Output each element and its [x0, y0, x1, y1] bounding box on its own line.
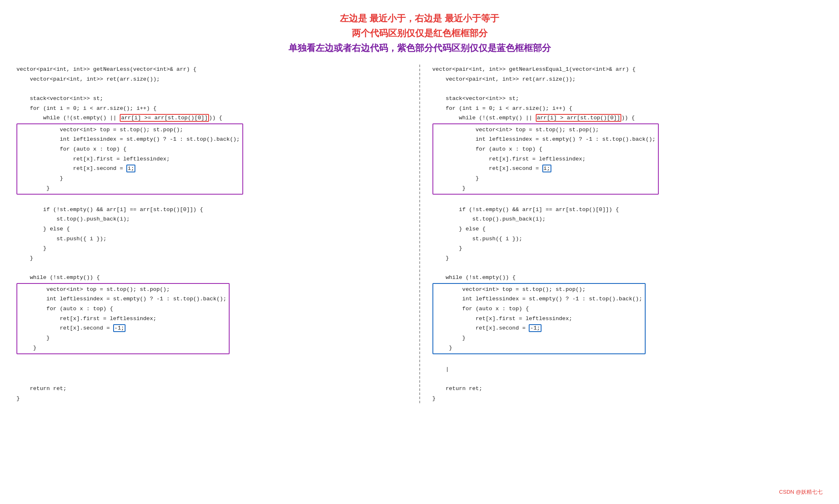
- left-panel: vector<pair<int, int>> getNearLess(vecto…: [4, 65, 420, 403]
- watermark: CSDN @妖精七七: [779, 488, 823, 496]
- header-line2: 两个代码区别仅仅是红色框框部分: [0, 27, 839, 39]
- right-panel: vector<pair<int, int>> getNearLessEqual_…: [420, 65, 835, 403]
- left-code: vector<pair<int, int>> getNearLess(vecto…: [16, 65, 407, 403]
- right-code: vector<pair<int, int>> getNearLessEqual_…: [432, 65, 823, 403]
- header-line3: 单独看左边或者右边代码，紫色部分代码区别仅仅是蓝色框框部分: [0, 42, 839, 54]
- header-line1: 左边是 最近小于，右边是 最近小于等于: [0, 12, 839, 25]
- header: 左边是 最近小于，右边是 最近小于等于 两个代码区别仅仅是红色框框部分 单独看左…: [0, 0, 839, 63]
- code-panels: vector<pair<int, int>> getNearLess(vecto…: [0, 63, 839, 403]
